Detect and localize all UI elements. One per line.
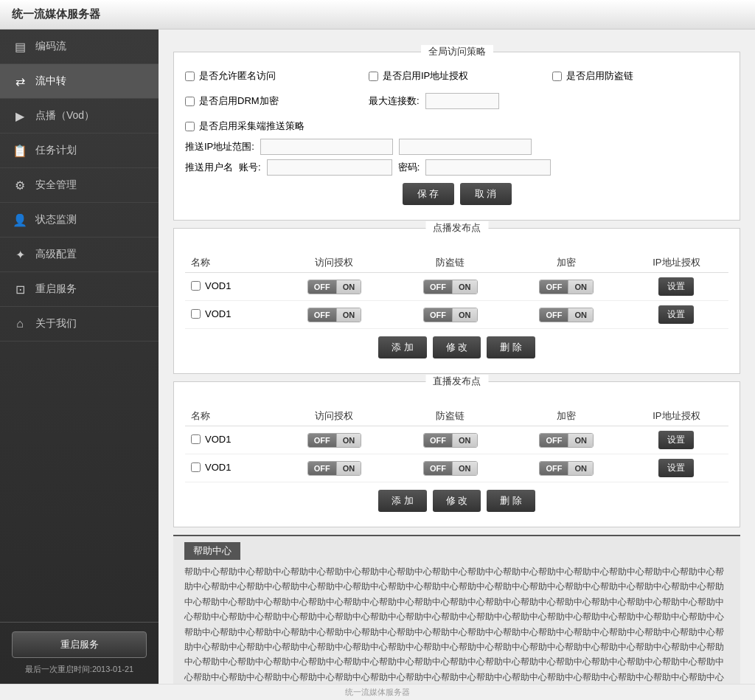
security-icon: ⚙ xyxy=(12,177,28,193)
live-publish-title: 直播发布点 xyxy=(425,375,488,388)
live-row2-anti-toggle[interactable]: OFF ON xyxy=(423,461,478,476)
access-off-2[interactable]: OFF xyxy=(308,308,337,322)
antileech-checkbox[interactable] xyxy=(552,72,562,81)
live-edit-button[interactable]: 修 改 xyxy=(433,490,481,512)
vod-row2-enc-toggle[interactable]: OFF ON xyxy=(539,308,594,322)
vod-add-button[interactable]: 添 加 xyxy=(378,336,427,358)
live-row2-access-toggle[interactable]: OFF ON xyxy=(307,461,362,476)
vod-col-enc: 加密 xyxy=(508,253,624,273)
enc-off-2[interactable]: OFF xyxy=(540,308,568,322)
live-enc-off-2[interactable]: OFF xyxy=(540,462,568,475)
global-policy-title: 全局访问策略 xyxy=(421,45,493,58)
push-ip-range-input[interactable] xyxy=(260,139,393,155)
live-access-off-1[interactable]: OFF xyxy=(308,434,337,447)
anonymous-access-checkbox[interactable] xyxy=(185,72,195,81)
live-row2-set-button[interactable]: 设置 xyxy=(658,459,694,477)
live-row1-checkbox[interactable] xyxy=(191,434,201,444)
access-on-2[interactable]: ON xyxy=(337,308,361,322)
account-label: 账号: xyxy=(239,161,261,174)
live-enc-on-2[interactable]: ON xyxy=(568,462,593,475)
account-input[interactable] xyxy=(267,159,392,176)
cancel-button[interactable]: 取 消 xyxy=(460,183,512,205)
footer: 统一流媒体服务器 xyxy=(0,684,755,700)
live-row1-enc-toggle[interactable]: OFF ON xyxy=(539,433,594,448)
live-row1-access-toggle[interactable]: OFF ON xyxy=(307,433,362,448)
live-add-button[interactable]: 添 加 xyxy=(378,490,427,512)
live-row2-enc-toggle[interactable]: OFF ON xyxy=(539,461,594,476)
vod-row2-name: VOD1 xyxy=(205,308,231,319)
live-row2-checkbox[interactable] xyxy=(191,462,201,472)
live-anti-on-2[interactable]: ON xyxy=(453,462,477,475)
help-center-text: 帮助中心帮助中心帮助中心帮助中心帮助中心帮助中心帮助中心帮助中心帮助中心帮助中心… xyxy=(184,564,729,684)
maxconn-input[interactable] xyxy=(425,93,499,109)
live-enc-on-1[interactable]: ON xyxy=(568,434,593,447)
sidebar: ▤ 编码流 ⇄ 流中转 ▶ 点播（Vod） 📋 任务计划 ⚙ 安全管理 👤 状态… xyxy=(0,30,159,684)
live-access-on-2[interactable]: ON xyxy=(337,462,361,475)
sidebar-item-encoding[interactable]: ▤ 编码流 xyxy=(0,30,159,64)
antileech-label: 是否启用防盗链 xyxy=(566,69,633,83)
sidebar-item-security[interactable]: ⚙ 安全管理 xyxy=(0,168,159,203)
sidebar-item-restart-svc[interactable]: ⊡ 重启服务 xyxy=(0,272,159,307)
vod-row2-set-button[interactable]: 设置 xyxy=(658,305,694,324)
live-access-off-2[interactable]: OFF xyxy=(308,462,337,475)
live-publish-section: 直播发布点 名称 访问授权 防盗链 加密 IP地址授权 xyxy=(173,381,740,527)
policy-btn-row: 保 存 取 消 xyxy=(185,183,728,205)
vod-row2-checkbox[interactable] xyxy=(191,309,201,319)
ip-auth-checkbox[interactable] xyxy=(369,72,378,81)
live-row1-anti-toggle[interactable]: OFF ON xyxy=(423,433,478,448)
push-ip-range-input2[interactable] xyxy=(399,139,532,155)
sidebar-item-monitor[interactable]: 👤 状态监测 xyxy=(0,203,159,238)
sidebar-item-tasks[interactable]: 📋 任务计划 xyxy=(0,134,159,168)
drm-checkbox[interactable] xyxy=(185,97,195,106)
anti-off-1[interactable]: OFF xyxy=(424,280,453,294)
vod-table: 名称 访问授权 防盗链 加密 IP地址授权 VOD1 xyxy=(185,253,728,329)
sidebar-item-relay[interactable]: ⇄ 流中转 xyxy=(0,64,159,99)
vod-row1-checkbox[interactable] xyxy=(191,281,201,291)
vod-del-button[interactable]: 删 除 xyxy=(487,336,535,358)
live-anti-off-1[interactable]: OFF xyxy=(424,434,453,447)
enc-on-1[interactable]: ON xyxy=(568,280,593,294)
save-button[interactable]: 保 存 xyxy=(403,183,454,205)
about-icon: ⌂ xyxy=(12,316,28,332)
sidebar-label-about: 关于我们 xyxy=(35,317,77,330)
restart-service-button[interactable]: 重启服务 xyxy=(12,631,147,658)
anti-on-1[interactable]: ON xyxy=(453,280,477,294)
anti-off-2[interactable]: OFF xyxy=(424,308,453,322)
live-enc-off-1[interactable]: OFF xyxy=(540,434,568,447)
collector-policy-checkbox[interactable] xyxy=(185,122,195,131)
collector-policy-label: 是否启用采集端推送策略 xyxy=(199,119,305,133)
push-ip-range-row: 推送IP地址范围: xyxy=(185,139,728,155)
vod-edit-button[interactable]: 修 改 xyxy=(433,336,481,358)
app-title: 统一流媒体服务器 xyxy=(12,7,100,21)
enc-off-1[interactable]: OFF xyxy=(540,280,568,294)
anti-on-2[interactable]: ON xyxy=(453,308,477,322)
table-row: VOD1 OFF ON OFF ON xyxy=(185,273,728,301)
vod-publish-title: 点播发布点 xyxy=(425,221,488,235)
live-anti-on-1[interactable]: ON xyxy=(453,434,477,447)
live-anti-off-2[interactable]: OFF xyxy=(424,462,453,475)
vod-row1-set-button[interactable]: 设置 xyxy=(658,277,694,296)
sidebar-item-advanced[interactable]: ✦ 高级配置 xyxy=(0,238,159,272)
sidebar-item-vod[interactable]: ▶ 点播（Vod） xyxy=(0,99,159,134)
relay-icon: ⇄ xyxy=(12,73,28,89)
live-access-on-1[interactable]: ON xyxy=(337,434,361,447)
sidebar-label-security: 安全管理 xyxy=(35,179,77,192)
vod-icon: ▶ xyxy=(12,108,28,124)
collector-policy-row: 是否启用采集端推送策略 xyxy=(185,119,361,133)
vod-publish-section: 点播发布点 名称 访问授权 防盗链 加密 IP地址授权 xyxy=(173,228,740,374)
sidebar-item-about[interactable]: ⌂ 关于我们 xyxy=(0,307,159,342)
vod-row2-access-toggle[interactable]: OFF ON xyxy=(307,308,362,322)
enc-on-2[interactable]: ON xyxy=(568,308,593,322)
encoding-icon: ▤ xyxy=(12,38,28,55)
vod-action-btn-row: 添 加 修 改 删 除 xyxy=(185,336,728,358)
vod-row1-access-toggle[interactable]: OFF ON xyxy=(307,280,362,294)
password-input[interactable] xyxy=(425,159,551,176)
vod-row1-enc-toggle[interactable]: OFF ON xyxy=(539,280,594,294)
access-on-1[interactable]: ON xyxy=(337,280,361,294)
help-section: 帮助中心 帮助中心帮助中心帮助中心帮助中心帮助中心帮助中心帮助中心帮助中心帮助中… xyxy=(173,535,740,684)
vod-row1-anti-toggle[interactable]: OFF ON xyxy=(423,280,478,294)
access-off-1[interactable]: OFF xyxy=(308,280,337,294)
vod-row2-anti-toggle[interactable]: OFF ON xyxy=(423,308,478,322)
live-row1-set-button[interactable]: 设置 xyxy=(658,431,694,449)
live-del-button[interactable]: 删 除 xyxy=(487,490,535,512)
